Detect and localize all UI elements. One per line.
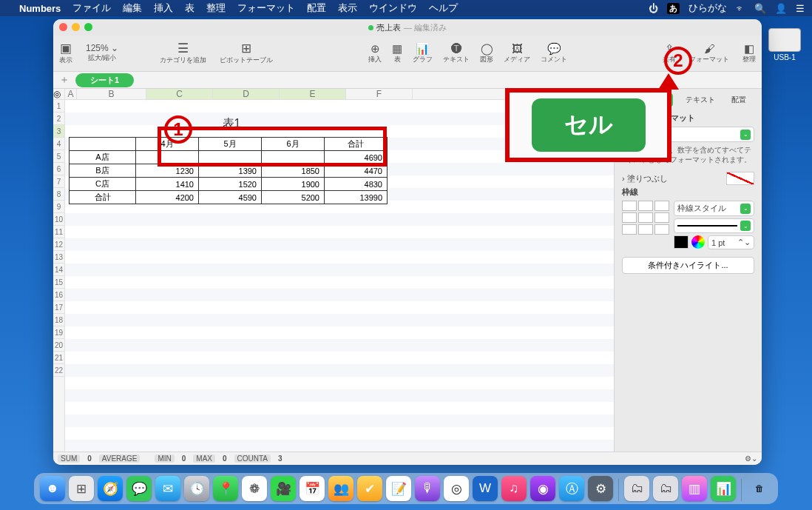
column-headers[interactable]: A B C D E F — [65, 89, 614, 100]
menu-table[interactable]: 表 — [185, 1, 194, 15]
app-menu[interactable]: Numbers — [19, 3, 61, 14]
sheet-tab-1[interactable]: シート1 — [75, 73, 134, 87]
menu-view[interactable]: 表示 — [338, 1, 357, 15]
inspector-tab-cell[interactable]: セル — [649, 93, 673, 107]
row-12[interactable]: 12 — [53, 238, 64, 251]
row-7[interactable]: 7 — [53, 175, 64, 188]
row-5[interactable]: 5 — [53, 150, 64, 163]
dock-trash[interactable]: 🗑 — [747, 476, 772, 501]
toolbar-category[interactable]: ☰ カテゴリを追加 — [160, 42, 206, 65]
minimize-button[interactable] — [72, 23, 80, 31]
toolbar-shape[interactable]: ◯図形 — [480, 43, 493, 64]
header-m5[interactable]: 5月 — [199, 138, 262, 151]
dock-maps[interactable]: 📍 — [213, 476, 238, 501]
row-19[interactable]: 19 — [53, 326, 64, 339]
dock-numbers[interactable]: 📊 — [711, 476, 736, 501]
dock-photos[interactable]: ❁ — [242, 476, 267, 501]
row-3[interactable]: 3 — [53, 125, 64, 138]
toolbar-share[interactable]: ⇪共有 — [663, 43, 676, 64]
control-center-icon[interactable]: ☰ — [796, 3, 805, 14]
row-4[interactable]: 4 — [53, 138, 64, 150]
menu-format[interactable]: フォーマット — [237, 1, 295, 15]
col-D[interactable]: D — [213, 89, 280, 99]
header-m6[interactable]: 6月 — [262, 138, 325, 151]
dock-calendar[interactable]: 📅 — [300, 476, 325, 501]
toolbar-format[interactable]: 🖌フォーマット — [689, 43, 729, 64]
toolbar-chart[interactable]: 📊グラフ — [413, 43, 433, 64]
dock-safari[interactable]: 🧭 — [98, 476, 123, 501]
row-13[interactable]: 13 — [53, 251, 64, 264]
col-E[interactable]: E — [280, 89, 346, 99]
header-blank[interactable] — [70, 138, 136, 151]
dock-podcasts2[interactable]: ◉ — [530, 476, 555, 501]
dock-reminders[interactable]: ✔︎ — [357, 476, 382, 501]
toolbar-table[interactable]: ▦表 — [392, 43, 402, 64]
border-style-select[interactable]: 枠線スタイル ⌄ — [674, 201, 754, 216]
dock-stack1[interactable]: 🗂 — [624, 476, 649, 501]
color-wheel-icon[interactable] — [691, 235, 705, 249]
row-21[interactable]: 21 — [53, 352, 64, 364]
row-2[interactable]: 2 — [53, 113, 64, 125]
menu-window[interactable]: ウインドウ — [369, 1, 417, 15]
menu-arrange[interactable]: 配置 — [307, 1, 326, 15]
dock-shortcuts[interactable]: ▥ — [682, 476, 707, 501]
row-headers[interactable]: 1 2 3 4 5 6 7 8 9 10 11 12 13 14 15 16 1… — [53, 100, 65, 452]
header-m4[interactable]: 4月 — [136, 138, 199, 151]
dock-contacts[interactable]: 👥 — [328, 476, 353, 501]
col-C[interactable]: C — [146, 89, 213, 99]
table-title[interactable]: 表1 — [69, 116, 394, 132]
dock-stack2[interactable]: 🗂 — [653, 476, 678, 501]
toolbar-comment[interactable]: 💬コメント — [541, 43, 567, 64]
fill-swatch[interactable] — [726, 172, 754, 185]
row-9[interactable]: 9 — [53, 201, 64, 213]
dock-notes[interactable]: 📝 — [386, 476, 411, 501]
row-6[interactable]: 6 — [53, 163, 64, 175]
window-titlebar[interactable]: 売上表 — 編集済み — [53, 19, 762, 36]
toolbar-media[interactable]: 🖼メディア — [504, 43, 530, 64]
row-16[interactable]: 16 — [53, 289, 64, 301]
menu-file[interactable]: ファイル — [72, 1, 111, 15]
spreadsheet-canvas[interactable]: ◎ A B C D E F 1 2 3 4 5 6 7 8 9 10 11 — [53, 89, 614, 452]
row-14[interactable]: 14 — [53, 264, 64, 276]
close-button[interactable] — [59, 23, 67, 31]
row-15[interactable]: 15 — [53, 276, 64, 289]
dock-word[interactable]: W — [473, 476, 498, 501]
dock-clock[interactable]: 🕓 — [184, 476, 209, 501]
toolbar-pivot[interactable]: ⊞ ピボットテーブル — [220, 42, 273, 65]
data-format-select[interactable]: テキスト ⌄ — [622, 127, 754, 142]
row-1[interactable]: 1 — [53, 100, 64, 113]
user-icon[interactable]: 👤 — [775, 3, 787, 14]
row-8[interactable]: 8 — [53, 188, 64, 201]
col-A[interactable]: A — [65, 89, 77, 99]
conditional-highlight-button[interactable]: 条件付きハイライト... — [622, 257, 754, 274]
ime-flag[interactable]: あ — [667, 3, 680, 14]
row-18[interactable]: 18 — [53, 314, 64, 326]
menu-organize[interactable]: 整理 — [206, 1, 226, 15]
row-11[interactable]: 11 — [53, 226, 64, 238]
row-col-corner[interactable]: ◎ — [53, 89, 65, 100]
dock-music[interactable]: ♫ — [501, 476, 527, 501]
row-22[interactable]: 22 — [53, 364, 64, 377]
border-color-swatch[interactable] — [674, 235, 688, 249]
dock-messages[interactable]: 💬 — [126, 476, 152, 501]
dock-launchpad[interactable]: ⊞ — [69, 476, 94, 501]
battery-icon[interactable]: ⏻ — [649, 3, 658, 14]
col-B[interactable]: B — [77, 89, 146, 99]
dock-finder[interactable]: ☻ — [40, 476, 65, 501]
col-F[interactable]: F — [346, 89, 413, 99]
add-sheet-button[interactable]: ＋ — [58, 73, 71, 87]
toolbar-zoom[interactable]: 125% ⌄ 拡大/縮小 — [86, 44, 118, 63]
dock-facetime[interactable]: 🎥 — [271, 476, 296, 501]
menu-insert[interactable]: 挿入 — [154, 1, 173, 15]
toolbar-text[interactable]: 🅣テキスト — [443, 43, 470, 64]
dock-mail[interactable]: ✉︎ — [155, 476, 180, 501]
border-thickness[interactable]: 1 pt ⌃⌄ — [708, 235, 754, 249]
status-settings-button[interactable]: ⚙︎⌄ — [745, 454, 757, 463]
desktop-usb-drive[interactable]: USB-1 — [766, 28, 803, 61]
wifi-icon[interactable]: ᯤ — [736, 3, 745, 14]
row-17[interactable]: 17 — [53, 301, 64, 314]
inspector-tab-table[interactable]: 表 — [626, 93, 642, 107]
toolbar-tidy[interactable]: ◧整理 — [742, 43, 756, 64]
dock-settings[interactable]: ⚙︎ — [588, 476, 613, 501]
border-grid[interactable] — [622, 201, 669, 235]
